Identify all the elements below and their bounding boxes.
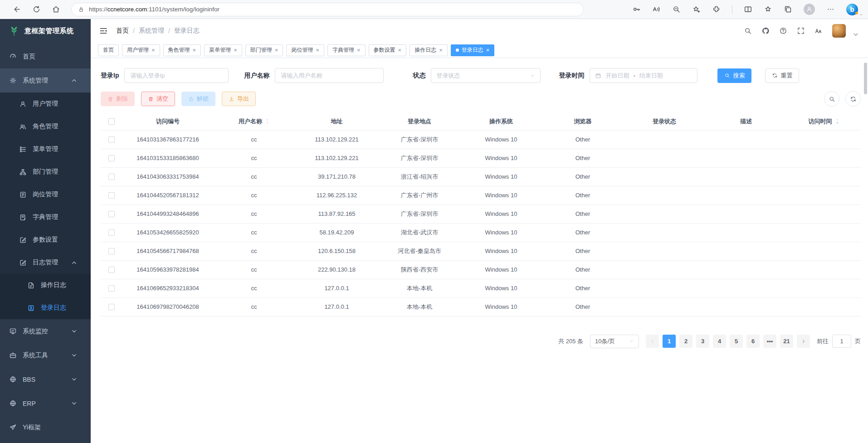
sidebar-item-post-management[interactable]: 岗位管理 <box>0 183 91 206</box>
expand-icon[interactable] <box>797 27 805 35</box>
status-select[interactable]: 登录状态 <box>431 68 541 83</box>
github-icon[interactable] <box>761 27 770 35</box>
breadcrumb-home[interactable]: 首页 <box>116 27 129 35</box>
next-page-button[interactable] <box>797 335 810 348</box>
tab-dict-management[interactable]: 字典管理× <box>327 44 366 56</box>
home-icon[interactable] <box>52 5 60 14</box>
star-icon[interactable] <box>764 5 772 14</box>
row-checkbox[interactable] <box>108 136 115 143</box>
back-icon[interactable] <box>13 5 21 14</box>
sidebar-item-login-log[interactable]: 登录日志 <box>0 297 91 319</box>
tab-dept-management[interactable]: 部门管理× <box>245 44 283 56</box>
collections-icon[interactable] <box>784 5 792 14</box>
row-checkbox[interactable] <box>108 155 115 161</box>
row-checkbox[interactable] <box>108 304 115 310</box>
sidebar-item-system-monitor[interactable]: 系统监控 <box>0 319 91 343</box>
user-name-input[interactable] <box>275 68 384 83</box>
row-checkbox[interactable] <box>108 267 115 273</box>
close-icon[interactable]: × <box>193 47 196 53</box>
key-icon[interactable] <box>632 5 641 14</box>
reload-icon[interactable] <box>32 5 41 14</box>
profile-avatar[interactable] <box>804 4 815 15</box>
close-icon[interactable]: × <box>357 47 361 53</box>
row-checkbox[interactable] <box>108 285 115 292</box>
sidebar-item-role-management[interactable]: 角色管理 <box>0 115 91 138</box>
row-checkbox[interactable] <box>108 211 115 217</box>
split-screen-icon[interactable] <box>744 5 752 14</box>
sidebar-item-user-management[interactable]: 用户管理 <box>0 92 91 115</box>
row-checkbox[interactable] <box>108 248 115 254</box>
sidebar-item-system-tools[interactable]: 系统工具 <box>0 343 91 367</box>
select-all-checkbox[interactable] <box>108 118 115 125</box>
sidebar-item-home[interactable]: 首页 <box>0 44 91 68</box>
tab-role-management[interactable]: 角色管理× <box>163 44 201 56</box>
close-icon[interactable]: × <box>439 47 443 53</box>
more-icon[interactable] <box>826 5 835 14</box>
sort-ascending-icon[interactable] <box>265 118 269 121</box>
close-icon[interactable]: × <box>151 47 155 53</box>
sidebar-item-yi-framework[interactable]: Yi框架 <box>0 415 91 439</box>
collapse-sidebar-icon[interactable] <box>99 26 108 35</box>
sort-ascending-icon[interactable] <box>835 118 839 121</box>
sort-control[interactable] <box>835 118 839 124</box>
unlock-button[interactable]: 解锁 <box>181 92 215 106</box>
page-button-2[interactable]: 2 <box>679 335 692 348</box>
read-aloud-icon[interactable] <box>652 5 661 14</box>
sidebar-item-dept-management[interactable]: 部门管理 <box>0 161 91 183</box>
question-icon[interactable] <box>779 27 787 35</box>
tab-operation-log[interactable]: 操作日志× <box>410 44 448 56</box>
tab-home[interactable]: 首页 <box>98 44 119 56</box>
login-time-range-picker[interactable]: 开始日期 - 结束日期 <box>590 68 697 83</box>
close-icon[interactable]: × <box>234 47 237 53</box>
column-header-time[interactable]: 访问时间 <box>787 113 861 130</box>
sidebar-item-operation-log[interactable]: 操作日志 <box>0 274 91 297</box>
sidebar-item-menu-management[interactable]: 菜单管理 <box>0 138 91 161</box>
sort-control[interactable] <box>265 118 269 124</box>
previous-page-button[interactable] <box>646 335 659 348</box>
delete-button[interactable]: 删除 <box>101 92 135 106</box>
sidebar-item-erp[interactable]: ERP <box>0 391 91 415</box>
sidebar-item-system-management[interactable]: 系统管理 <box>0 68 91 92</box>
zoom-out-icon[interactable] <box>672 5 681 14</box>
close-icon[interactable]: × <box>275 47 278 53</box>
scrollbar-thumb[interactable] <box>864 63 867 94</box>
tab-post-management[interactable]: 岗位管理× <box>286 44 324 56</box>
row-checkbox[interactable] <box>108 229 115 236</box>
goto-page-input[interactable] <box>832 335 851 348</box>
tab-param-settings[interactable]: 参数设置× <box>369 44 407 56</box>
tab-menu-management[interactable]: 菜单管理× <box>204 44 242 56</box>
table-search-toggle-button[interactable] <box>824 91 839 107</box>
tab-login-log[interactable]: 登录日志× <box>451 44 495 56</box>
address-bar[interactable]: https://ccnetcore.com:1101/system/log/lo… <box>71 3 584 16</box>
sidebar-item-log-management[interactable]: 日志管理 <box>0 251 91 274</box>
sidebar-item-dict-management[interactable]: 字典管理 <box>0 206 91 229</box>
page-button-1[interactable]: 1 <box>663 335 676 348</box>
page-button-6[interactable]: 6 <box>746 335 760 348</box>
font-size-icon[interactable] <box>814 27 823 35</box>
column-header-user[interactable]: 用户名称 <box>213 113 295 130</box>
page-button-3[interactable]: 3 <box>696 335 709 348</box>
search-icon[interactable] <box>744 27 752 35</box>
page-size-select[interactable]: 10条/页 <box>590 335 639 348</box>
sort-descending-icon[interactable] <box>835 122 839 124</box>
search-button[interactable]: 搜索 <box>717 68 751 83</box>
chevron-down-icon[interactable] <box>852 30 860 39</box>
table-refresh-button[interactable] <box>845 91 861 107</box>
reset-button[interactable]: 重置 <box>765 68 799 83</box>
close-icon[interactable]: × <box>486 47 490 53</box>
tab-user-management[interactable]: 用户管理× <box>122 44 160 56</box>
page-button-5[interactable]: 5 <box>730 335 743 348</box>
sidebar-item-param-settings[interactable]: 参数设置 <box>0 229 91 251</box>
export-button[interactable]: 导出 <box>222 92 256 106</box>
chevron-down-icon[interactable] <box>859 13 863 17</box>
page-button-21[interactable]: 21 <box>780 335 793 348</box>
page-button-4[interactable]: 4 <box>713 335 726 348</box>
sort-descending-icon[interactable] <box>265 122 269 124</box>
user-avatar[interactable] <box>832 24 846 38</box>
close-icon[interactable]: × <box>316 47 319 53</box>
clear-button[interactable]: 清空 <box>141 92 175 106</box>
sidebar-item-bbs[interactable]: BBS <box>0 367 91 391</box>
row-checkbox[interactable] <box>108 192 115 199</box>
star-plus-icon[interactable] <box>692 5 701 14</box>
column-header-checkbox[interactable] <box>101 113 122 130</box>
